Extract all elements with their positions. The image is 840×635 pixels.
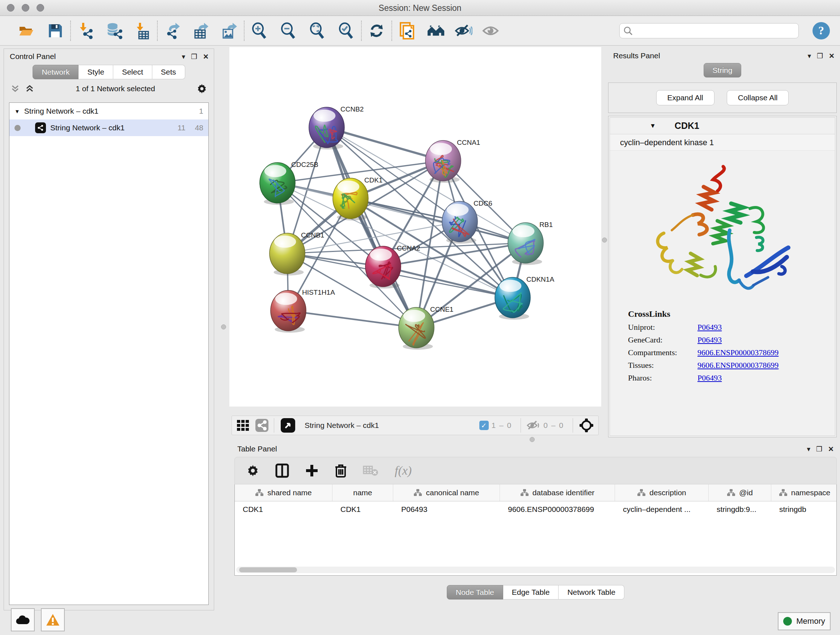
- table-row[interactable]: CDK1CDK1P064939606.ENSP00000378699cyclin…: [235, 501, 836, 517]
- search-input[interactable]: [633, 24, 795, 37]
- panel-float-icon[interactable]: ❒: [817, 52, 823, 59]
- network-node-CCNA1[interactable]: CCNA1: [425, 139, 480, 183]
- panel-float-icon[interactable]: ❒: [816, 446, 822, 453]
- network-node-CCNA2[interactable]: CCNA2: [365, 244, 420, 288]
- fit-selected-icon[interactable]: [579, 418, 594, 433]
- delete-column-icon[interactable]: [335, 463, 347, 478]
- node-label-CCNB2: CCNB2: [340, 105, 363, 113]
- crosslink-link[interactable]: P06493: [698, 373, 722, 383]
- table-toolbar: f(x): [234, 457, 837, 485]
- export-table-button[interactable]: [192, 22, 210, 40]
- warnings-button[interactable]: [41, 608, 65, 631]
- left-divider-handle[interactable]: [221, 325, 226, 329]
- open-session-button[interactable]: [17, 22, 35, 40]
- panel-close-icon[interactable]: ✕: [829, 52, 835, 59]
- column-header-@id[interactable]: @id: [709, 485, 771, 501]
- zoom-out-button[interactable]: [279, 22, 297, 40]
- column-header-canonical-name[interactable]: canonical name: [393, 485, 500, 501]
- expand-all-button[interactable]: Expand All: [656, 90, 714, 105]
- panel-menu-icon[interactable]: ▾: [182, 53, 185, 60]
- eye-icon: [482, 23, 500, 39]
- protein-section-header[interactable]: ▼ CDK1: [610, 118, 835, 134]
- hidden-count: 0 – 0: [543, 421, 564, 430]
- add-column-icon[interactable]: [305, 464, 319, 478]
- help-button[interactable]: ?: [813, 22, 830, 40]
- table-settings-gear-icon[interactable]: [246, 464, 259, 477]
- show-hidden-button[interactable]: [482, 22, 500, 40]
- network-row[interactable]: String Network – cdk1 11 48: [9, 119, 208, 136]
- crosslink-row: GeneCard:P06493: [628, 335, 835, 345]
- network-collection-row[interactable]: ▼ String Network – cdk1 1: [9, 103, 208, 119]
- network-node-CCNB2[interactable]: CCNB2: [309, 105, 363, 149]
- tab-sets[interactable]: Sets: [152, 65, 185, 79]
- crosslink-link[interactable]: 9606.ENSP00000378699: [698, 361, 778, 370]
- import-table-button[interactable]: [133, 22, 151, 40]
- export-network-button[interactable]: [164, 22, 182, 40]
- column-header-description[interactable]: description: [615, 485, 709, 501]
- import-network-file-button[interactable]: [77, 22, 95, 40]
- network-node-RB1[interactable]: RB1: [508, 221, 553, 265]
- tab-node-table[interactable]: Node Table: [447, 585, 503, 600]
- tab-style[interactable]: Style: [79, 65, 113, 79]
- panel-close-icon[interactable]: ✕: [828, 446, 834, 453]
- network-node-HIST1H1A[interactable]: HIST1H1A: [271, 288, 335, 333]
- panel-close-icon[interactable]: ✕: [203, 53, 209, 60]
- network-node-CCNE1[interactable]: CCNE1: [399, 306, 453, 350]
- gear-icon[interactable]: [196, 83, 207, 94]
- zoom-selected-button[interactable]: [337, 22, 355, 40]
- import-network-database-button[interactable]: [105, 22, 123, 40]
- network-node-CDKN1A[interactable]: CDKN1A: [495, 276, 554, 320]
- network-view-canvas[interactable]: CCNB2CCNA1CDC25BCDK1CDC6RB1CCNB1CCNA2CDK…: [229, 47, 601, 407]
- panel-menu-icon[interactable]: ▾: [807, 52, 811, 59]
- collapse-all-button[interactable]: Collapse All: [727, 90, 789, 105]
- column-type-icon: [637, 489, 646, 497]
- column-type-icon: [255, 489, 264, 497]
- network-node-CCNB1[interactable]: CCNB1: [270, 231, 324, 276]
- tab-network[interactable]: Network: [33, 65, 79, 79]
- column-header-shared-name[interactable]: shared name: [235, 485, 332, 501]
- birds-eye-view-button[interactable]: [281, 418, 295, 432]
- export-image-button[interactable]: [220, 22, 238, 40]
- selected-nodes-checkbox[interactable]: ✓: [479, 421, 489, 430]
- tab-network-table[interactable]: Network Table: [559, 585, 624, 600]
- hide-selected-button[interactable]: [454, 22, 472, 40]
- network-edge-CCNA2-CDKN1A[interactable]: [383, 266, 513, 298]
- node-label-CCNA2: CCNA2: [397, 244, 420, 252]
- show-all-button[interactable]: [427, 22, 445, 40]
- toolbar-separator: [244, 21, 245, 41]
- cloud-status-button[interactable]: [11, 608, 35, 631]
- tree-expander-icon[interactable]: ▼: [14, 108, 20, 114]
- memory-button[interactable]: Memory: [778, 612, 831, 630]
- network-edge-CCNB2-CCNE1[interactable]: [327, 127, 416, 328]
- collapse-all-icon[interactable]: [25, 84, 34, 93]
- right-divider-handle[interactable]: [602, 238, 607, 242]
- grid-view-icon[interactable]: [236, 418, 250, 432]
- control-panel-title: Control Panel: [10, 52, 56, 61]
- tab-string[interactable]: String: [704, 63, 742, 78]
- tab-edge-table[interactable]: Edge Table: [503, 585, 559, 600]
- network-edge-HIST1H1A-CCNE1[interactable]: [288, 310, 416, 328]
- tab-select[interactable]: Select: [113, 65, 152, 79]
- clone-network-button[interactable]: [398, 22, 416, 40]
- crosslink-link[interactable]: P06493: [698, 323, 722, 332]
- refresh-button[interactable]: [368, 22, 386, 40]
- panel-menu-icon[interactable]: ▾: [807, 446, 810, 453]
- network-node-CDC6[interactable]: CDC6: [442, 200, 493, 244]
- network-edge-CDK1-RB1[interactable]: [351, 198, 526, 243]
- column-header-name[interactable]: name: [332, 485, 393, 501]
- expand-all-icon[interactable]: [11, 84, 20, 93]
- zoom-fit-button[interactable]: [308, 22, 326, 40]
- crosslink-link[interactable]: 9606.ENSP00000378699: [698, 348, 778, 357]
- column-header-database-identifier[interactable]: database identifier: [500, 485, 615, 501]
- save-session-button[interactable]: [46, 22, 65, 40]
- network-view-icon[interactable]: [255, 418, 269, 432]
- horizontal-scrollbar[interactable]: [236, 567, 835, 573]
- section-collapse-icon[interactable]: ▼: [650, 122, 656, 130]
- show-columns-icon[interactable]: [275, 463, 289, 478]
- table-cell: P06493: [393, 501, 500, 517]
- column-header-namespace[interactable]: namespace: [771, 485, 837, 501]
- node-label-CDC25B: CDC25B: [291, 161, 318, 168]
- zoom-in-button[interactable]: [250, 22, 268, 40]
- crosslink-link[interactable]: P06493: [698, 335, 722, 345]
- panel-float-icon[interactable]: ❒: [191, 53, 197, 60]
